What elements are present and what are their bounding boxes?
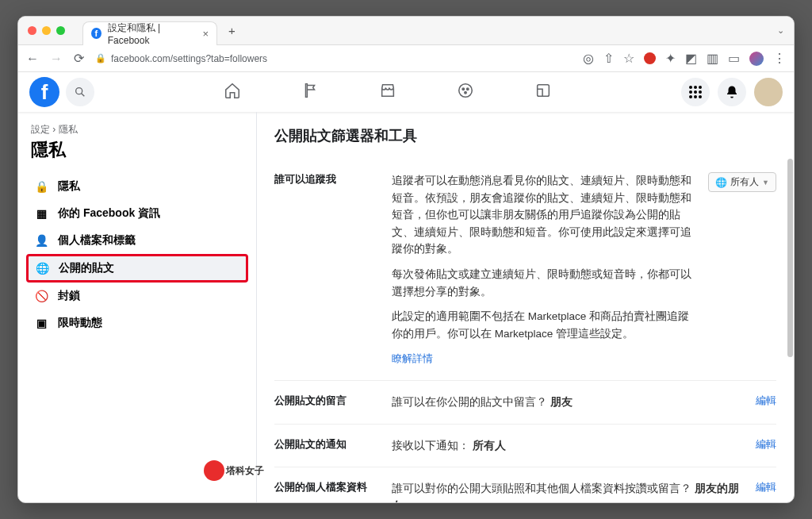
- forward-button[interactable]: →: [50, 52, 63, 66]
- cast-icon[interactable]: ◩: [685, 51, 697, 66]
- edit-link[interactable]: 編輯: [756, 438, 776, 450]
- watermark: 塔科女子: [204, 460, 264, 481]
- page-title: 公開貼文篩選器和工具: [274, 126, 776, 145]
- window-titlebar: f 設定和隱私 | Facebook × + ⌄: [18, 17, 794, 45]
- bell-icon: [725, 85, 739, 99]
- row-body: 追蹤者可以在動態消息看見你的貼文、連續短片、限時動態和短音。依預設，朋友會追蹤你…: [392, 172, 694, 367]
- maximize-window-button[interactable]: [56, 26, 65, 35]
- svg-line-1: [82, 94, 85, 97]
- grid-icon: ▦: [34, 207, 48, 220]
- body-text: 誰可以在你公開的貼文中留言？: [392, 396, 547, 408]
- bookmark-icon[interactable]: ☆: [623, 51, 634, 66]
- value-text: 所有人: [473, 440, 506, 452]
- tab-title: 設定和隱私 | Facebook: [108, 21, 197, 46]
- groups-icon[interactable]: [457, 82, 474, 102]
- sidebar-item-label: 限時動態: [58, 316, 102, 330]
- reading-list-icon[interactable]: ▭: [728, 51, 740, 66]
- browser-tab[interactable]: f 設定和隱私 | Facebook ×: [82, 21, 217, 45]
- selector-value: 所有人: [730, 175, 759, 189]
- sidebar-item-your-info[interactable]: ▦你的 Facebook 資訊: [26, 200, 248, 227]
- watermark-text: 塔科女子: [226, 464, 264, 478]
- toolbar-actions: ◎ ⇧ ☆ ✦ ◩ ▥ ▭ ⋮: [583, 51, 786, 66]
- facebook-header: f: [18, 72, 794, 112]
- sidebar-item-label: 封鎖: [58, 289, 80, 303]
- lock-icon: 🔒: [95, 53, 106, 63]
- share-icon[interactable]: ⇧: [603, 51, 614, 66]
- menu-button[interactable]: [681, 78, 710, 106]
- profile-avatar-icon[interactable]: [749, 52, 764, 66]
- setting-row-followers: 誰可以追蹤我 追蹤者可以在動態消息看見你的貼文、連續短片、限時動態和短音。依預設…: [274, 160, 776, 380]
- setting-row-notifications: 公開貼文的通知 接收以下通知： 所有人 編輯: [274, 424, 776, 467]
- facebook-logo[interactable]: f: [29, 77, 59, 107]
- url-text: facebook.com/settings?tab=followers: [111, 53, 267, 64]
- svg-point-3: [459, 84, 473, 98]
- row-label: 公開的個人檔案資料: [274, 480, 377, 502]
- value-text: 朋友: [550, 396, 573, 408]
- notifications-button[interactable]: [718, 78, 746, 106]
- pages-icon[interactable]: [301, 82, 319, 102]
- window-controls: [28, 26, 65, 35]
- description-text: 每次發佈貼文或建立連續短片、限時動態或短音時，你都可以選擇想分享的對象。: [392, 266, 694, 300]
- svg-rect-7: [538, 85, 550, 97]
- row-body: 誰可以對你的公開大頭貼照和其他個人檔案資料按讚或留言？ 朋友的朋友: [392, 480, 741, 502]
- sidebar-item-stories[interactable]: ▣限時動態: [26, 309, 248, 336]
- search-icon: [74, 86, 86, 98]
- reader-icon[interactable]: ◎: [583, 51, 594, 66]
- svg-point-4: [462, 88, 464, 90]
- home-icon[interactable]: [224, 82, 241, 102]
- setting-row-comments: 公開貼文的留言 誰可以在你公開的貼文中留言？ 朋友 編輯: [274, 380, 776, 424]
- new-tab-button[interactable]: +: [228, 24, 236, 37]
- svg-rect-2: [306, 84, 308, 98]
- search-button[interactable]: [66, 78, 94, 106]
- reload-button[interactable]: ⟳: [74, 51, 84, 66]
- edit-link[interactable]: 編輯: [756, 394, 776, 406]
- sidebar-item-label: 隱私: [58, 179, 80, 194]
- learn-more-link[interactable]: 瞭解詳情: [392, 352, 433, 364]
- block-icon: 🚫: [34, 290, 48, 302]
- globe-icon: 🌐: [35, 262, 49, 275]
- sidebar-item-profile-tagging[interactable]: 👤個人檔案和標籤: [26, 227, 248, 254]
- svg-point-6: [465, 92, 466, 94]
- sidebar-item-label: 個人檔案和標籤: [58, 233, 136, 248]
- sidebar-title: 隱私: [26, 136, 248, 173]
- close-tab-icon[interactable]: ×: [202, 28, 209, 40]
- scrollbar[interactable]: [787, 159, 793, 357]
- gaming-icon[interactable]: [534, 82, 552, 102]
- back-button[interactable]: ←: [26, 52, 39, 66]
- extension-icon[interactable]: [644, 52, 656, 64]
- row-label: 公開貼文的通知: [274, 437, 377, 455]
- row-label: 誰可以追蹤我: [274, 172, 377, 367]
- settings-sidebar: 設定 › 隱私 隱私 🔒隱私 ▦你的 Facebook 資訊 👤個人檔案和標籤 …: [18, 112, 256, 502]
- sidebar-item-privacy[interactable]: 🔒隱私: [26, 173, 248, 200]
- header-right: [681, 78, 783, 106]
- row-body: 接收以下通知： 所有人: [392, 437, 741, 455]
- minimize-window-button[interactable]: [42, 26, 51, 35]
- row-body: 誰可以在你公開的貼文中留言？ 朋友: [392, 394, 741, 411]
- body-text: 誰可以對你的公開大頭貼照和其他個人檔案資料按讚或留言？: [392, 482, 691, 494]
- nav-center: [94, 82, 681, 102]
- body-text: 接收以下通知：: [392, 440, 469, 452]
- watermark-icon: [204, 460, 224, 481]
- sidebar-item-public-posts[interactable]: 🌐公開的貼文: [26, 254, 248, 283]
- sidebar-item-label: 公開的貼文: [59, 261, 114, 275]
- audience-selector[interactable]: 🌐 所有人 ▼: [708, 172, 776, 192]
- sidebar-item-label: 你的 Facebook 資訊: [58, 206, 160, 221]
- sidebar-item-blocking[interactable]: 🚫封鎖: [26, 283, 248, 309]
- address-bar[interactable]: 🔒 facebook.com/settings?tab=followers: [95, 53, 572, 64]
- breadcrumb[interactable]: 設定 › 隱私: [26, 123, 248, 136]
- row-label: 公開貼文的留言: [274, 394, 377, 411]
- menu-icon[interactable]: ⋮: [773, 51, 786, 66]
- setting-row-profile-info: 公開的個人檔案資料 誰可以對你的公開大頭貼照和其他個人檔案資料按讚或留言？ 朋友…: [274, 467, 776, 502]
- extensions-icon[interactable]: ✦: [665, 51, 676, 66]
- account-button[interactable]: [754, 78, 783, 106]
- tabs-overflow-icon[interactable]: ⌄: [777, 25, 784, 36]
- sidebar-icon[interactable]: ▥: [707, 51, 718, 66]
- close-window-button[interactable]: [28, 26, 36, 35]
- description-text: 追蹤者可以在動態消息看見你的貼文、連續短片、限時動態和短音。依預設，朋友會追蹤你…: [392, 172, 694, 258]
- main-panel: 公開貼文篩選器和工具 誰可以追蹤我 追蹤者可以在動態消息看見你的貼文、連續短片、…: [256, 112, 794, 502]
- edit-link[interactable]: 編輯: [756, 481, 776, 493]
- person-icon: 👤: [34, 234, 48, 247]
- marketplace-icon[interactable]: [379, 82, 396, 102]
- browser-toolbar: ← → ⟳ 🔒 facebook.com/settings?tab=follow…: [18, 45, 794, 72]
- favicon-icon: f: [91, 28, 102, 39]
